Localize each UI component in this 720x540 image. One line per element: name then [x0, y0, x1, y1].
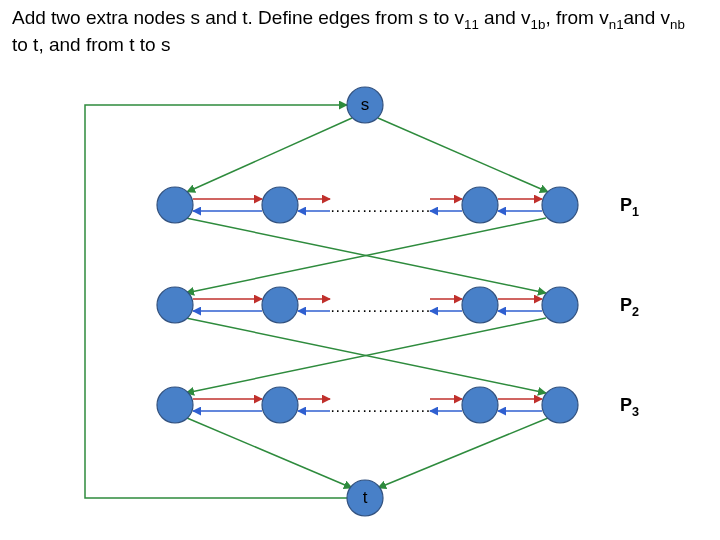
svg-point-39 — [542, 187, 578, 223]
svg-point-47 — [542, 387, 578, 423]
node-t: t — [347, 480, 383, 516]
svg-line-2 — [187, 418, 352, 488]
svg-point-37 — [262, 187, 298, 223]
diagram-svg: ………………. ………………. ………………. s t — [0, 0, 720, 540]
svg-point-36 — [157, 187, 193, 223]
svg-line-0 — [187, 118, 352, 192]
svg-point-41 — [262, 287, 298, 323]
svg-point-42 — [462, 287, 498, 323]
svg-point-43 — [542, 287, 578, 323]
edges-to-t — [187, 418, 548, 488]
ellipsis-p1: ………………. — [330, 198, 430, 215]
svg-point-45 — [262, 387, 298, 423]
edges-from-s — [187, 118, 548, 192]
svg-text:t: t — [363, 488, 368, 507]
svg-line-1 — [378, 118, 548, 192]
svg-line-3 — [378, 418, 548, 488]
ellipsis-p3: ………………. — [330, 398, 430, 415]
ellipsis-p2: ………………. — [330, 298, 430, 315]
svg-text:s: s — [361, 95, 370, 114]
svg-point-46 — [462, 387, 498, 423]
svg-point-44 — [157, 387, 193, 423]
svg-point-40 — [157, 287, 193, 323]
node-s: s — [347, 87, 383, 123]
edge-t-to-s — [85, 105, 347, 498]
svg-point-38 — [462, 187, 498, 223]
